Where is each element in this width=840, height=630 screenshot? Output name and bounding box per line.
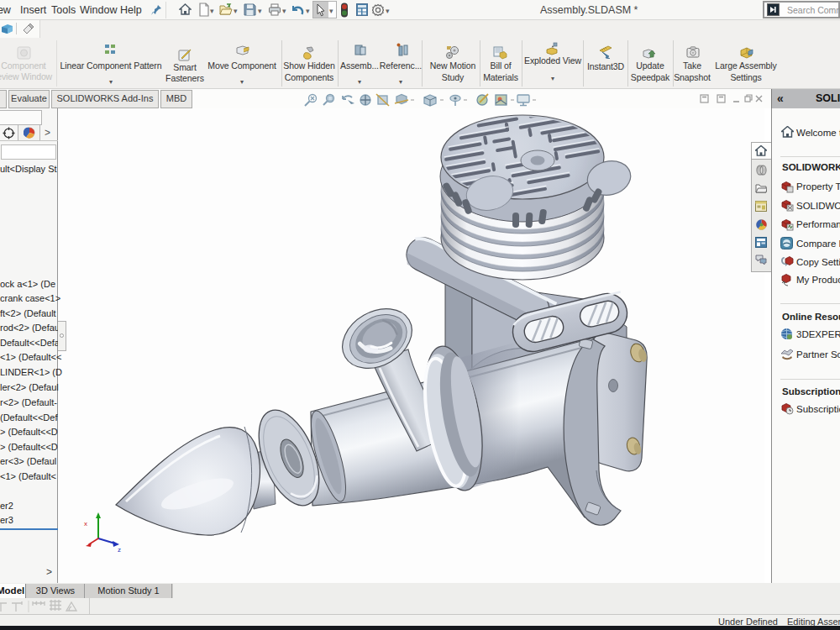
- svg-text:x: x: [84, 520, 87, 528]
- svg-text:z: z: [118, 546, 121, 554]
